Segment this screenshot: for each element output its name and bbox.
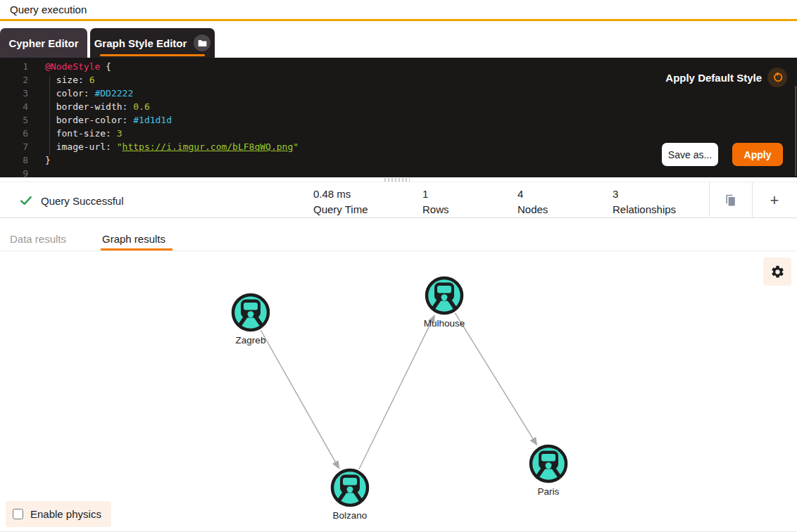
line-number: 6	[0, 127, 28, 140]
line-number: 3	[0, 87, 28, 100]
graph-edges	[0, 251, 797, 532]
graph-node-mulhouse[interactable]	[425, 276, 464, 315]
metric-value: 0.48 ms	[313, 186, 368, 202]
enable-physics-toggle: Enable physics	[6, 501, 111, 527]
metric-relationships: 3 Relationships	[613, 186, 676, 217]
metric-value: 3	[613, 186, 676, 202]
copy-results-button[interactable]	[710, 182, 752, 218]
check-icon	[20, 194, 32, 207]
results-tab-bar: Data results Graph results	[0, 219, 797, 251]
undo-icon[interactable]	[767, 68, 787, 87]
metric-value: 4	[517, 186, 548, 202]
graph-viewport[interactable]: ZagrebMulhouseBolzanoParis	[0, 251, 797, 531]
enable-physics-checkbox[interactable]	[13, 509, 23, 519]
train-icon	[330, 468, 370, 507]
add-icon: +	[770, 191, 779, 210]
graph-edge[interactable]	[455, 313, 534, 440]
metric-label: Nodes	[517, 202, 548, 217]
tab-graph-style-editor[interactable]: Graph Style Editor	[90, 28, 215, 58]
line-number: 1	[0, 60, 28, 73]
code-line[interactable]: 8}	[0, 153, 299, 167]
metric-value: 1	[422, 186, 449, 202]
graph-style-editor-panel: 1@NodeStyle {2 size: 63 color: #DD22224 …	[0, 58, 797, 177]
code-line[interactable]: 4 border-width: 0.6	[0, 100, 299, 113]
graph-edge[interactable]	[359, 321, 432, 469]
graph-node-label: Paris	[506, 486, 591, 497]
query-status: Query Successful	[20, 182, 124, 219]
folder-icon[interactable]	[194, 34, 211, 51]
copy-icon	[724, 194, 738, 208]
line-number: 5	[0, 113, 28, 127]
add-query-button[interactable]: +	[753, 182, 796, 218]
editor-tab-bar: Cypher Editor Graph Style Editor	[0, 28, 797, 58]
code-line[interactable]: 6 font-size: 3	[0, 127, 299, 140]
editor-scrollbar[interactable]	[795, 86, 796, 176]
tab-data-results[interactable]: Data results	[10, 233, 66, 245]
code-line[interactable]: 2 size: 6	[0, 73, 299, 87]
page-title: Query execution	[10, 4, 87, 15]
metric-label: Query Time	[313, 202, 368, 217]
active-results-tab-indicator	[101, 248, 172, 251]
gear-icon	[770, 265, 785, 279]
active-tab-indicator	[100, 54, 205, 56]
apply-button[interactable]: Apply	[732, 143, 783, 166]
graph-edge[interactable]	[261, 330, 336, 463]
save-as-button[interactable]: Save as...	[662, 143, 718, 166]
graph-node-label: Mulhouse	[402, 318, 487, 329]
metric-query-time: 0.48 ms Query Time	[313, 186, 368, 217]
metric-rows: 1 Rows	[422, 186, 449, 217]
header-accent-bar	[0, 19, 797, 21]
graph-node-zagreb[interactable]	[231, 293, 270, 332]
metric-label: Rows	[422, 202, 449, 217]
code-line[interactable]: 3 color: #DD2222	[0, 87, 299, 100]
line-number: 2	[0, 73, 28, 87]
graph-results-panel: ZagrebMulhouseBolzanoParis Enable physic…	[0, 251, 797, 532]
code-line[interactable]: 5 border-color: #1d1d1d	[0, 113, 299, 127]
window-header: Query execution	[0, 0, 797, 19]
graph-node-paris[interactable]	[529, 444, 568, 483]
line-number: 4	[0, 100, 28, 113]
graph-node-bolzano[interactable]	[330, 468, 370, 507]
train-icon	[231, 293, 270, 332]
query-status-message: Query Successful	[41, 195, 124, 207]
query-execution-window: Query execution Cypher Editor Graph Styl…	[0, 0, 797, 532]
apply-default-style-label: Apply Default Style	[665, 72, 762, 84]
tab-graph-style-label: Graph Style Editor	[94, 37, 187, 49]
apply-default-style: Apply Default Style	[665, 68, 787, 87]
code-line[interactable]: 7 image-url: "https://i.imgur.com/bLF8qW…	[0, 140, 299, 153]
tab-cypher-label: Cypher Editor	[8, 37, 78, 49]
line-number: 8	[0, 153, 28, 167]
enable-physics-label[interactable]: Enable physics	[30, 508, 101, 520]
train-icon	[529, 444, 568, 483]
metric-label: Relationships	[613, 202, 676, 217]
train-icon	[425, 276, 464, 315]
tab-cypher-editor[interactable]: Cypher Editor	[0, 28, 87, 58]
editor-actions: Save as... Apply	[662, 143, 783, 166]
line-number: 7	[0, 140, 28, 153]
code-line[interactable]: 1@NodeStyle {	[0, 60, 299, 73]
graph-node-label: Zagreb	[208, 335, 293, 346]
graph-settings-button[interactable]	[763, 258, 791, 286]
style-code-editor[interactable]: 1@NodeStyle {2 size: 63 color: #DD22224 …	[0, 60, 299, 180]
graph-node-label: Bolzano	[308, 510, 392, 521]
query-status-bar: Query Successful 0.48 ms Query Time 1 Ro…	[0, 182, 797, 218]
metric-nodes: 4 Nodes	[517, 186, 548, 217]
tab-graph-results[interactable]: Graph results	[102, 233, 165, 245]
